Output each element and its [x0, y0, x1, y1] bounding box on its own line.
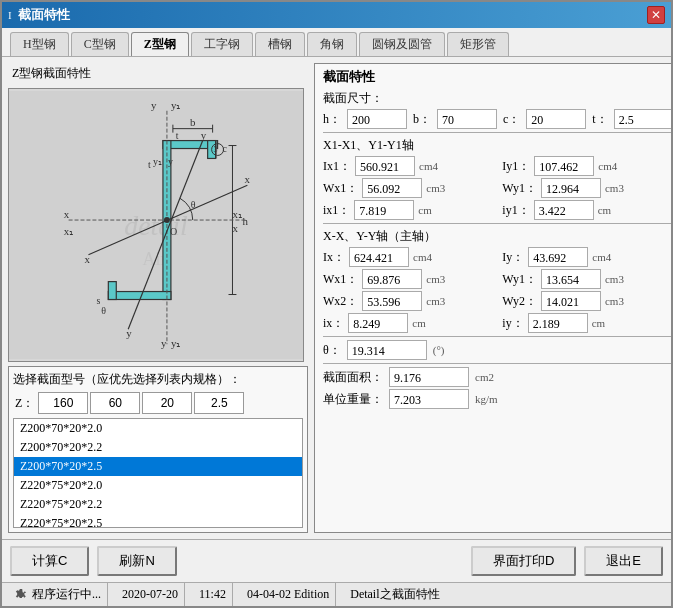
properties-box: 截面特性 截面尺寸： h： 200 b： 70 c： 20 t： 2.5 X1-…: [314, 63, 671, 533]
wx2-unit: cm3: [426, 295, 445, 307]
wy2-value: 14.021: [541, 291, 601, 311]
status-text: 程序运行中...: [32, 586, 101, 603]
ry1-value: 3.422: [534, 200, 594, 220]
theta-label: θ：: [323, 342, 341, 359]
svg-text:O: O: [170, 226, 177, 237]
exit-button[interactable]: 退出E: [584, 546, 663, 576]
dimensions-row: h： 200 b： 70 c： 20 t： 2.5: [323, 109, 671, 129]
rx1-value: 7.819: [354, 200, 414, 220]
b-value: 70: [437, 109, 497, 129]
svg-text:y₁: y₁: [171, 337, 180, 349]
ry-unit: cm: [592, 317, 605, 329]
tab-channel[interactable]: 槽钢: [255, 32, 305, 56]
refresh-button[interactable]: 刷新N: [97, 546, 176, 576]
wx1-unit: cm3: [426, 182, 445, 194]
wy2-cell: Wy2： 14.021 cm3: [502, 291, 671, 311]
iy1-cell: Iy1： 107.462 cm4: [502, 156, 671, 176]
wy1-unit: cm3: [605, 182, 624, 194]
axis1-label: X1-X1、Y1-Y1轴: [323, 137, 671, 154]
tab-round[interactable]: 圆钢及圆管: [359, 32, 445, 56]
bottom-buttons: 计算C 刷新N 界面打印D 退出E: [2, 539, 671, 582]
tab-c-steel[interactable]: C型钢: [71, 32, 129, 56]
tab-z-steel[interactable]: Z型钢: [131, 32, 189, 56]
diagram-label: Z型钢截面特性: [8, 63, 308, 84]
main-window: I 截面特性 ✕ H型钢 C型钢 Z型钢 工字钢 槽钢 角钢 圆钢及圆管 矩形管…: [0, 0, 673, 608]
tab-angle[interactable]: 角钢: [307, 32, 357, 56]
ix-cell: Ix： 624.421 cm4: [323, 247, 494, 267]
right-buttons: 界面打印D 退出E: [471, 546, 663, 576]
selector-inputs: Z：: [13, 392, 303, 414]
svg-text:y: y: [161, 337, 167, 349]
list-item[interactable]: Z200*70*20*2.2: [14, 438, 302, 457]
tab-rect[interactable]: 矩形管: [447, 32, 509, 56]
svg-text:x: x: [84, 253, 90, 265]
wy1-label: Wy1：: [502, 180, 537, 197]
dimensions-label: 截面尺寸：: [323, 90, 671, 107]
iy1-unit: cm4: [598, 160, 617, 172]
axis2-props: Ix： 624.421 cm4 Iy： 43.692 cm4 Wx1： 69.8…: [323, 247, 671, 333]
axis1-props: Ix1： 560.921 cm4 Iy1： 107.462 cm4 Wx1： 5…: [323, 156, 671, 220]
wy2-unit: cm3: [605, 295, 624, 307]
h-label: h：: [323, 111, 341, 128]
b-label: b：: [413, 111, 431, 128]
rx1-label: ix1：: [323, 202, 350, 219]
left-panel: Z型钢截面特性 detail Ain: [8, 63, 308, 533]
ix1-value: 560.921: [355, 156, 415, 176]
list-item[interactable]: Z220*75*20*2.2: [14, 495, 302, 514]
svg-text:y₁: y₁: [153, 156, 162, 167]
list-item-selected[interactable]: Z200*70*20*2.5: [14, 457, 302, 476]
detail-text: Detail之截面特性: [350, 586, 439, 603]
svg-text:b: b: [190, 116, 196, 128]
wy1v-value: 13.654: [541, 269, 601, 289]
diagram-area: detail Ain: [8, 88, 304, 362]
list-item[interactable]: Z200*70*20*2.0: [14, 419, 302, 438]
tab-i-beam[interactable]: 工字钢: [191, 32, 253, 56]
iy1-label: Iy1：: [502, 158, 530, 175]
svg-rect-7: [108, 282, 116, 300]
tab-bar: H型钢 C型钢 Z型钢 工字钢 槽钢 角钢 圆钢及圆管 矩形管: [2, 28, 671, 57]
wx2-value: 53.596: [362, 291, 422, 311]
ix1-unit: cm4: [419, 160, 438, 172]
iy-cell: Iy： 43.692 cm4: [502, 247, 671, 267]
wx1v-label: Wx1：: [323, 271, 358, 288]
app-icon: I: [8, 9, 12, 21]
gear-icon: [14, 588, 28, 602]
z-input-2[interactable]: [90, 392, 140, 414]
title-bar: I 截面特性 ✕: [2, 2, 671, 28]
close-button[interactable]: ✕: [647, 6, 665, 24]
svg-text:y: y: [126, 327, 132, 339]
wx1v-unit: cm3: [426, 273, 445, 285]
svg-text:y: y: [168, 156, 173, 167]
wy1-cell: Wy1： 12.964 cm3: [502, 178, 671, 198]
iy-value: 43.692: [528, 247, 588, 267]
weight-value: 7.203: [389, 389, 469, 409]
svg-text:x₁: x₁: [64, 225, 73, 237]
z-input-3[interactable]: [142, 392, 192, 414]
iy-label: Iy：: [502, 249, 524, 266]
axis2-label: X-X、Y-Y轴（主轴）: [323, 228, 671, 245]
calc-button[interactable]: 计算C: [10, 546, 89, 576]
svg-text:h: h: [242, 215, 248, 227]
rx1-unit: cm: [418, 204, 431, 216]
wx2-cell: Wx2： 53.596 cm3: [323, 291, 494, 311]
status-time: 11:42: [193, 583, 233, 606]
ry-value: 2.189: [528, 313, 588, 333]
rx1-cell: ix1： 7.819 cm: [323, 200, 494, 220]
z-input-1[interactable]: [38, 392, 88, 414]
ix1-label: Ix1：: [323, 158, 351, 175]
list-item[interactable]: Z220*75*20*2.5: [14, 514, 302, 528]
z-input-4[interactable]: [194, 392, 244, 414]
print-button[interactable]: 界面打印D: [471, 546, 576, 576]
svg-text:s: s: [96, 295, 100, 306]
title-bar-left: I 截面特性: [8, 6, 70, 24]
z-section-diagram: detail Ain: [9, 89, 303, 361]
tab-h-steel[interactable]: H型钢: [10, 32, 69, 56]
wy1v-cell: Wy1： 13.654 cm3: [502, 269, 671, 289]
status-running: 程序运行中...: [8, 583, 108, 606]
props-title: 截面特性: [323, 68, 671, 86]
list-item[interactable]: Z220*75*20*2.0: [14, 476, 302, 495]
section-list[interactable]: Z200*70*20*2.0 Z200*70*20*2.2 Z200*70*20…: [13, 418, 303, 528]
svg-text:x: x: [64, 208, 70, 220]
selector-label: 选择截面型号（应优先选择列表内规格）：: [13, 371, 303, 388]
ix-unit: cm4: [413, 251, 432, 263]
